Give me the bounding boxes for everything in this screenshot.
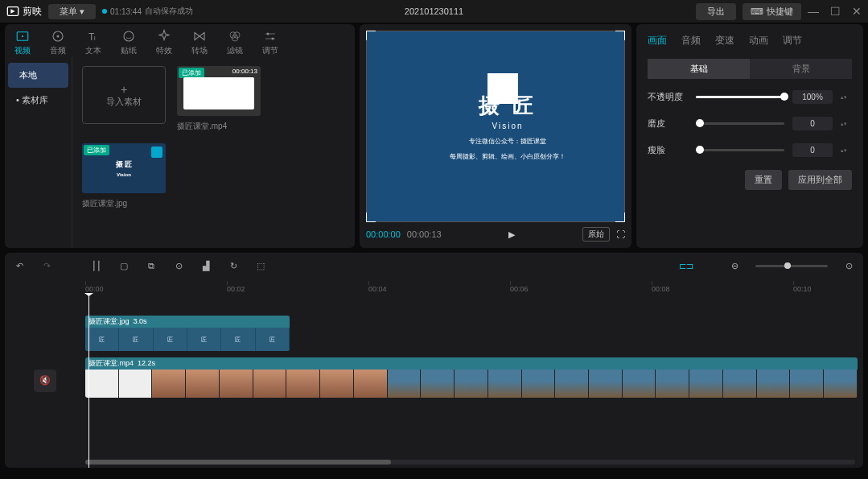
- preview-subtitle: Vision: [492, 122, 523, 130]
- import-button[interactable]: +导入素材: [82, 66, 166, 124]
- tool-tabs: 视频 音频 TI文本 贴纸 特效 转场 滤镜 调节: [5, 24, 355, 56]
- opacity-slider[interactable]: [696, 96, 784, 98]
- zoom-out-icon[interactable]: ⊖: [728, 259, 741, 272]
- menu-button[interactable]: 菜单 ▾: [48, 4, 96, 19]
- svg-point-12: [272, 38, 274, 40]
- preview-panel: 摄 匠 Vision 专注微信公众号：摄匠课堂 每周摄影、剪辑、绘画、小白原创分…: [360, 24, 631, 248]
- skin-value[interactable]: 0: [792, 117, 833, 130]
- shortcut-button[interactable]: ⌨快捷键: [743, 3, 801, 20]
- reset-button[interactable]: 重置: [745, 170, 782, 190]
- svg-text:I: I: [94, 35, 96, 42]
- redo-icon[interactable]: ↷: [40, 259, 53, 272]
- fullscreen-icon[interactable]: ⛶: [616, 229, 625, 239]
- spinner-icon[interactable]: ▴▾: [841, 121, 852, 127]
- horizontal-scrollbar[interactable]: [85, 460, 855, 465]
- zoom-slider[interactable]: [755, 265, 828, 267]
- timeline-ruler[interactable]: 00:00 00:02 00:04 00:06 00:08 00:10: [85, 279, 863, 293]
- play-button[interactable]: ▶: [508, 229, 515, 240]
- timeline-tracks[interactable]: 🔇 摄匠课堂.jpg 3.0s 匠匠匠 匠匠匠 摄匠课堂.mp4 12.2s: [5, 293, 863, 468]
- current-time: 00:00:00: [366, 229, 401, 239]
- minimize-icon[interactable]: —: [808, 5, 819, 18]
- preview-text: 每周摄影、剪辑、绘画、小白原创分享！: [450, 152, 566, 161]
- tab-text[interactable]: TI文本: [85, 29, 101, 56]
- magnet-icon[interactable]: ⊏⊐: [680, 259, 693, 272]
- opacity-label: 不透明度: [648, 91, 688, 103]
- properties-panel: 画面 音频 变速 动画 调节 基础 背景 不透明度 100% ▴▾ 磨皮 0 ▴…: [636, 24, 863, 248]
- mute-button[interactable]: 🔇: [34, 370, 56, 392]
- subtab-basic[interactable]: 基础: [648, 59, 750, 79]
- tab-adjust[interactable]: 调节: [262, 29, 278, 56]
- added-badge: 已添加: [84, 145, 109, 155]
- prop-tab-speed[interactable]: 变速: [715, 31, 734, 51]
- tab-transition[interactable]: 转场: [191, 29, 208, 56]
- rotate-icon[interactable]: ↻: [227, 259, 240, 272]
- zoom-fit-icon[interactable]: ⊙: [842, 259, 855, 272]
- media-source-tabs: 本地 • 素材库: [5, 56, 72, 248]
- svg-point-4: [57, 35, 60, 38]
- project-name: 202101230111: [405, 6, 463, 16]
- tab-effect[interactable]: 特效: [156, 29, 172, 56]
- export-button[interactable]: 导出: [696, 3, 736, 20]
- media-item[interactable]: 已添加 摄 匠Vision 摄匠课堂.jpg: [82, 143, 166, 209]
- qr-code: [487, 73, 518, 104]
- preview-viewport[interactable]: 摄 匠 Vision 专注微信公众号：摄匠课堂 每周摄影、剪辑、绘画、小白原创分…: [366, 31, 625, 222]
- autosave-status: 01:13:44 自动保存成功: [102, 6, 193, 17]
- timeline-panel: ↶ ↷ ⎮⎮ ▢ ⧉ ⊙ ▟ ↻ ⬚ ⊏⊐ ⊖ ⊙ 00:00 00:02 00…: [5, 253, 863, 468]
- crop-icon[interactable]: ▢: [117, 259, 130, 272]
- duration-label: 00:00:13: [232, 68, 257, 75]
- original-ratio-button[interactable]: 原始: [582, 227, 610, 242]
- svg-point-2: [22, 35, 23, 37]
- playhead[interactable]: [88, 293, 89, 468]
- media-panel: 视频 音频 TI文本 贴纸 特效 转场 滤镜 调节 本地 • 素材库 +导入素材…: [5, 24, 355, 248]
- clip-video[interactable]: 摄匠课堂.mp4 12.2s: [85, 357, 858, 398]
- prop-tab-anim[interactable]: 动画: [749, 31, 768, 51]
- tab-library[interactable]: • 素材库: [5, 88, 72, 113]
- total-time: 00:00:13: [407, 229, 442, 239]
- prop-tab-canvas[interactable]: 画面: [648, 31, 667, 51]
- face-slider[interactable]: [696, 149, 784, 151]
- media-name: 摄匠课堂.mp4: [177, 121, 261, 132]
- media-item[interactable]: 已添加 00:00:13 摄匠课堂.mp4: [177, 66, 261, 132]
- tab-audio[interactable]: 音频: [50, 29, 66, 56]
- spinner-icon[interactable]: ▴▾: [841, 94, 852, 101]
- speed-icon[interactable]: ⊙: [172, 259, 185, 272]
- apply-all-button[interactable]: 应用到全部: [788, 170, 852, 190]
- tab-filter[interactable]: 滤镜: [227, 29, 243, 56]
- crop2-icon[interactable]: ⬚: [254, 259, 267, 272]
- close-icon[interactable]: ✕: [852, 5, 862, 18]
- logo-icon: [151, 147, 162, 158]
- prop-tab-audio[interactable]: 音频: [681, 31, 701, 51]
- undo-icon[interactable]: ↶: [13, 259, 26, 272]
- svg-point-7: [124, 31, 134, 41]
- subtab-bg[interactable]: 背景: [750, 59, 852, 79]
- tab-sticker[interactable]: 贴纸: [121, 29, 137, 56]
- face-label: 瘦脸: [648, 144, 688, 156]
- ratio-icon[interactable]: ⧉: [145, 259, 158, 272]
- media-name: 摄匠课堂.jpg: [82, 198, 166, 209]
- split-icon[interactable]: ⎮⎮: [90, 259, 103, 272]
- tab-local[interactable]: 本地: [8, 63, 68, 88]
- media-grid: +导入素材 已添加 00:00:13 摄匠课堂.mp4 已添加 摄 匠Visio…: [72, 56, 355, 248]
- maximize-icon[interactable]: ☐: [830, 5, 841, 18]
- title-bar: 剪映 菜单 ▾ 01:13:44 自动保存成功 202101230111 导出 …: [0, 0, 868, 23]
- skin-slider[interactable]: [696, 122, 784, 125]
- prop-tab-adjust[interactable]: 调节: [783, 31, 802, 51]
- face-value[interactable]: 0: [792, 143, 833, 157]
- mirror-icon[interactable]: ▟: [200, 259, 212, 272]
- preview-text: 专注微信公众号：摄匠课堂: [469, 137, 546, 146]
- opacity-value[interactable]: 100%: [792, 90, 833, 104]
- svg-point-11: [267, 33, 269, 35]
- spinner-icon[interactable]: ▴▾: [841, 147, 852, 154]
- clip-image[interactable]: 摄匠课堂.jpg 3.0s 匠匠匠 匠匠匠: [85, 316, 290, 351]
- skin-label: 磨皮: [648, 118, 688, 130]
- app-logo: 剪映: [6, 5, 42, 19]
- tab-video[interactable]: 视频: [14, 29, 31, 56]
